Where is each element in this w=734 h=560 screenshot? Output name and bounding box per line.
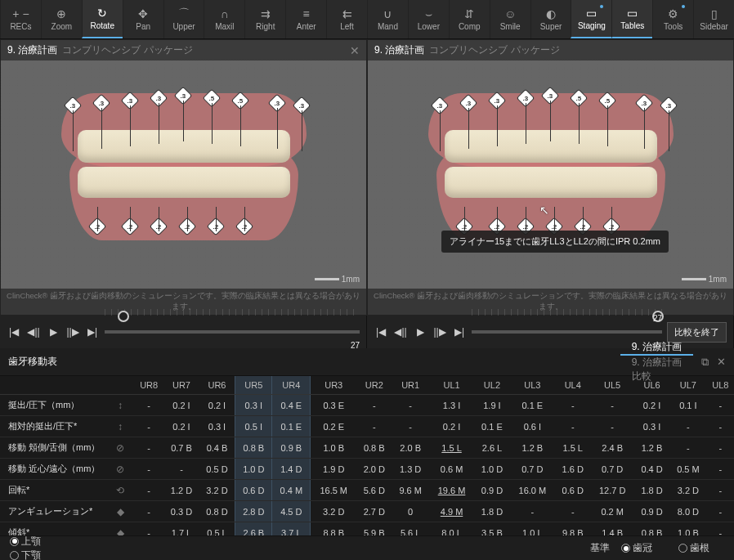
tool-tables[interactable]: ▭Tables (611, 0, 652, 38)
copy-icon[interactable]: ⧉ (701, 356, 709, 369)
play-button[interactable]: ▶ (46, 325, 60, 339)
cell[interactable]: - (134, 437, 163, 459)
cell[interactable]: 1.2 B (510, 437, 555, 459)
cell[interactable]: 1.5 L (555, 437, 590, 459)
viewport-right-canvas[interactable]: .3.3.3.3.3.5.5.3.3.2.2.2.2.2.2 ↖ アライナー15… (368, 60, 733, 289)
cell[interactable]: 0.2 I (429, 416, 474, 437)
step-back-button[interactable]: ◀|| (393, 325, 408, 339)
viewport-left[interactable]: 9. 治療計画 コンプリヘンシブ パッケージ ✕ .3.3.3.3.3.5.5.… (0, 39, 367, 316)
cell[interactable]: 0.2 I (199, 395, 235, 416)
cell[interactable]: - (590, 395, 633, 416)
close-icon[interactable]: ✕ (717, 356, 726, 368)
col-UR4[interactable]: UR4 (272, 376, 311, 395)
cell[interactable]: - (555, 395, 590, 416)
cell[interactable]: 1.8 D (474, 501, 509, 522)
cell[interactable]: 1.6 D (555, 459, 590, 480)
cell[interactable]: - (134, 501, 163, 522)
cell[interactable]: 1.2 D (163, 480, 199, 501)
radio-上顎[interactable]: 上顎 (10, 535, 41, 549)
cell[interactable]: 2.6 L (474, 437, 509, 459)
col-UL8[interactable]: UL8 (707, 376, 734, 395)
first-button[interactable]: |◀ (7, 325, 21, 339)
cell[interactable]: 1.0 D (474, 459, 509, 480)
tool-zoom[interactable]: ⊕Zoom (41, 0, 82, 38)
cell[interactable]: 0.2 M (590, 501, 633, 522)
cell[interactable]: 0.8 B (356, 437, 392, 459)
cell[interactable]: 8.0 D (669, 501, 706, 522)
cell[interactable]: 0.7 B (163, 437, 199, 459)
cell[interactable]: 4.5 D (272, 501, 311, 522)
tool-comp[interactable]: ⇵Comp (449, 0, 490, 38)
cell[interactable]: - (590, 416, 633, 437)
cell[interactable]: 1.3 D (392, 459, 428, 480)
timeline-slider-left[interactable]: 27 (105, 316, 360, 348)
cell[interactable]: - (707, 459, 734, 480)
table-tab-1[interactable]: 9. 治療計画 (620, 356, 693, 370)
cell[interactable]: 1.5 L (429, 437, 474, 459)
radio-歯根[interactable]: 歯根 (678, 541, 709, 555)
col-UR7[interactable]: UR7 (163, 376, 199, 395)
cell[interactable]: - (134, 416, 163, 437)
cell[interactable]: 16.5 M (311, 480, 356, 501)
cell[interactable]: 0.5 D (199, 459, 235, 480)
tool-pan[interactable]: ✥Pan (123, 0, 163, 38)
cell[interactable]: 2.8 D (235, 501, 272, 522)
cell[interactable]: 0.3 I (235, 395, 272, 416)
step-forward-button[interactable]: ||▶ (65, 325, 80, 339)
tool-lower[interactable]: ⌣Lower (408, 0, 449, 38)
timeline-slider-right[interactable]: 27 (472, 316, 662, 348)
cell[interactable]: 0.8 B (235, 437, 272, 459)
radio-下顎[interactable]: 下顎 (10, 549, 41, 561)
cell[interactable]: 0.4 E (272, 395, 311, 416)
cell[interactable]: - (555, 501, 590, 522)
cell[interactable]: 0.5 M (669, 459, 706, 480)
cell[interactable]: - (707, 395, 734, 416)
col-UR2[interactable]: UR2 (356, 376, 392, 395)
cell[interactable]: 1.0 B (311, 437, 356, 459)
step-back-button[interactable]: ◀|| (26, 325, 41, 339)
cell[interactable]: - (134, 480, 163, 501)
cell[interactable]: 0.1 E (474, 416, 509, 437)
cell[interactable]: 0.1 E (510, 395, 555, 416)
cell[interactable]: 4.9 M (429, 501, 474, 522)
first-button[interactable]: |◀ (374, 325, 388, 339)
col-UL2[interactable]: UL2 (474, 376, 509, 395)
cell[interactable]: 0.4 M (272, 480, 311, 501)
cell[interactable]: - (356, 395, 392, 416)
cell[interactable]: - (669, 416, 706, 437)
cell[interactable]: 0.7 D (590, 459, 633, 480)
cell[interactable]: - (392, 416, 428, 437)
cell[interactable]: 2.0 B (392, 437, 428, 459)
tool-super[interactable]: ◐Super (530, 0, 571, 38)
cell[interactable]: 0.4 D (634, 459, 669, 480)
cell[interactable]: 0.2 I (163, 395, 199, 416)
last-button[interactable]: ▶| (452, 325, 467, 339)
tool-sidebar[interactable]: ▯Sidebar (693, 0, 734, 38)
cell[interactable]: - (707, 501, 734, 522)
cell[interactable]: - (707, 480, 734, 501)
close-icon[interactable]: ✕ (350, 44, 360, 57)
cell[interactable]: 0 (392, 501, 428, 522)
cell[interactable]: 0.9 B (272, 437, 311, 459)
cell[interactable]: 0.2 E (311, 416, 356, 437)
tool-staging[interactable]: ▭Staging (571, 0, 611, 38)
cell[interactable]: 16.0 M (510, 480, 555, 501)
cell[interactable]: 1.0 D (235, 459, 272, 480)
cell[interactable]: 0.3 I (199, 416, 235, 437)
tool-tools[interactable]: ⚙Tools (652, 0, 693, 38)
col-UR5[interactable]: UR5 (235, 376, 272, 395)
cell[interactable]: 0.3 D (163, 501, 199, 522)
cell[interactable]: - (392, 395, 428, 416)
cell[interactable]: 19.6 M (429, 480, 474, 501)
cell[interactable]: 0.9 D (474, 480, 509, 501)
cell[interactable]: 0.9 D (634, 501, 669, 522)
tool-left[interactable]: ⇇Left (326, 0, 367, 38)
cell[interactable]: 5.6 D (356, 480, 392, 501)
tool-maxil[interactable]: ∩Maxil (204, 0, 244, 38)
cell[interactable]: - (134, 395, 163, 416)
cell[interactable]: 9.6 M (392, 480, 428, 501)
cell[interactable]: 0.4 B (199, 437, 235, 459)
cell[interactable]: 0.6 I (510, 416, 555, 437)
cell[interactable]: 2.0 D (356, 459, 392, 480)
col-UL1[interactable]: UL1 (429, 376, 474, 395)
